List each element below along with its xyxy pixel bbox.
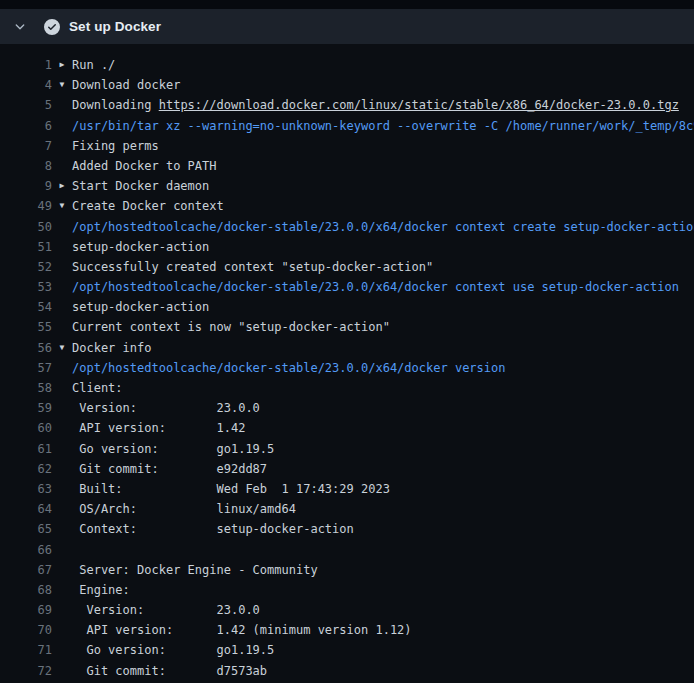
log-line: 66 (0, 540, 694, 560)
log-line: 67 Server: Docker Engine - Community (0, 560, 694, 580)
line-number[interactable]: 54 (0, 297, 52, 317)
line-number[interactable]: 58 (0, 378, 52, 398)
step-header[interactable]: Set up Docker (0, 9, 694, 44)
log-line: 68 Engine: (0, 580, 694, 600)
group-title[interactable]: Docker info (72, 338, 151, 358)
group-expanded-icon[interactable]: ▼ (52, 75, 72, 95)
line-indent (52, 378, 72, 398)
line-number[interactable]: 70 (0, 620, 52, 640)
log-text: Git commit: e92dd87 (72, 459, 267, 479)
log-line: 5Downloading https://download.docker.com… (0, 95, 694, 115)
line-indent (52, 540, 72, 560)
log-line: 59 Version: 23.0.0 (0, 398, 694, 418)
line-number[interactable]: 53 (0, 277, 52, 297)
group-expanded-icon[interactable]: ▼ (52, 196, 72, 216)
command-text: /opt/hostedtoolcache/docker-stable/23.0.… (72, 358, 505, 378)
line-number[interactable]: 60 (0, 418, 52, 438)
chevron-down-icon[interactable] (12, 19, 28, 35)
line-indent (52, 398, 72, 418)
log-line: 58Client: (0, 378, 694, 398)
line-number[interactable]: 52 (0, 257, 52, 277)
line-number[interactable]: 62 (0, 459, 52, 479)
line-number[interactable]: 61 (0, 439, 52, 459)
log-text: API version: 1.42 (72, 418, 245, 438)
log-line: 4▼Download docker (0, 75, 694, 95)
group-expanded-icon[interactable]: ▼ (52, 338, 72, 358)
log-line: 54setup-docker-action (0, 297, 694, 317)
line-number[interactable]: 50 (0, 217, 52, 237)
line-indent (52, 459, 72, 479)
group-collapsed-icon[interactable]: ▶ (52, 176, 72, 196)
log-line: 57/opt/hostedtoolcache/docker-stable/23.… (0, 358, 694, 378)
line-indent (52, 439, 72, 459)
line-indent (52, 297, 72, 317)
line-indent (52, 317, 72, 337)
group-collapsed-icon[interactable]: ▶ (52, 55, 72, 75)
line-indent (52, 277, 72, 297)
log-line: 61 Go version: go1.19.5 (0, 439, 694, 459)
line-number[interactable]: 1 (0, 55, 52, 75)
log-line: 52Successfully created context "setup-do… (0, 257, 694, 277)
log-text: Engine: (72, 580, 130, 600)
log-line: 69 Version: 23.0.0 (0, 600, 694, 620)
step-title: Set up Docker (69, 19, 161, 34)
line-number[interactable]: 9 (0, 176, 52, 196)
line-number[interactable]: 8 (0, 156, 52, 176)
line-number[interactable]: 5 (0, 95, 52, 115)
status-check-circle-icon (44, 19, 60, 35)
line-indent (52, 156, 72, 176)
log-text: setup-docker-action (72, 237, 209, 257)
log-container: 1▶Run ./4▼Download docker5Downloading ht… (0, 44, 694, 683)
line-indent (52, 580, 72, 600)
log-line: 50/opt/hostedtoolcache/docker-stable/23.… (0, 217, 694, 237)
line-number[interactable]: 64 (0, 499, 52, 519)
line-number[interactable]: 49 (0, 196, 52, 216)
log-line: 62 Git commit: e92dd87 (0, 459, 694, 479)
line-number[interactable]: 57 (0, 358, 52, 378)
command-text: /usr/bin/tar xz --warning=no-unknown-key… (72, 116, 694, 136)
group-title[interactable]: Run ./ (72, 55, 115, 75)
line-indent (52, 600, 72, 620)
group-title[interactable]: Create Docker context (72, 196, 224, 216)
log-text: API version: 1.42 (minimum version 1.12) (72, 620, 412, 640)
log-text: Successfully created context "setup-dock… (72, 257, 433, 277)
line-number[interactable]: 66 (0, 540, 52, 560)
line-number[interactable]: 59 (0, 398, 52, 418)
log-text: Client: (72, 378, 123, 398)
group-title[interactable]: Download docker (72, 75, 180, 95)
line-number[interactable]: 72 (0, 661, 52, 681)
line-indent (52, 479, 72, 499)
line-indent (52, 519, 72, 539)
line-number[interactable]: 56 (0, 338, 52, 358)
line-number[interactable]: 69 (0, 600, 52, 620)
log-line: 8Added Docker to PATH (0, 156, 694, 176)
line-number[interactable]: 7 (0, 136, 52, 156)
line-indent (52, 661, 72, 681)
log-text: Added Docker to PATH (72, 156, 217, 176)
log-line: 1▶Run ./ (0, 55, 694, 75)
line-indent (52, 257, 72, 277)
line-number[interactable]: 71 (0, 640, 52, 660)
line-indent (52, 620, 72, 640)
line-indent (52, 116, 72, 136)
log-text: Version: 23.0.0 (72, 600, 260, 620)
log-text: Go version: go1.19.5 (72, 439, 274, 459)
command-text: /opt/hostedtoolcache/docker-stable/23.0.… (72, 277, 679, 297)
group-title[interactable]: Start Docker daemon (72, 176, 209, 196)
log-text: Go version: go1.19.5 (72, 640, 274, 660)
log-text: Built: Wed Feb 1 17:43:29 2023 (72, 479, 390, 499)
log-line: 51setup-docker-action (0, 237, 694, 257)
log-text: OS/Arch: linux/amd64 (72, 499, 296, 519)
line-number[interactable]: 4 (0, 75, 52, 95)
line-number[interactable]: 6 (0, 116, 52, 136)
log-line: 60 API version: 1.42 (0, 418, 694, 438)
line-number[interactable]: 55 (0, 317, 52, 337)
line-number[interactable]: 68 (0, 580, 52, 600)
log-link[interactable]: https://download.docker.com/linux/static… (159, 98, 679, 112)
line-number[interactable]: 51 (0, 237, 52, 257)
line-number[interactable]: 67 (0, 560, 52, 580)
log-line: 71 Go version: go1.19.5 (0, 640, 694, 660)
line-number[interactable]: 65 (0, 519, 52, 539)
line-number[interactable]: 63 (0, 479, 52, 499)
line-indent (52, 640, 72, 660)
